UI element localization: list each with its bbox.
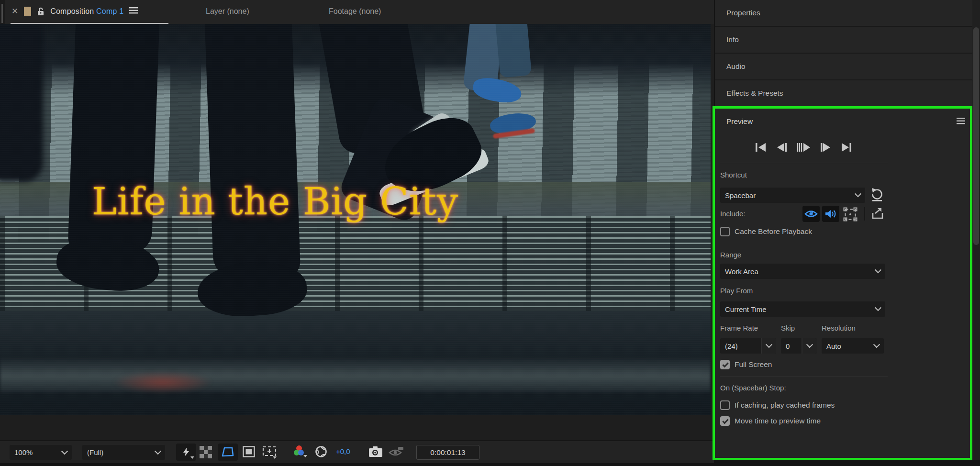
comp-color-swatch[interactable] bbox=[24, 7, 31, 16]
show-snapshot-icon[interactable] bbox=[389, 446, 404, 457]
overlays-icon bbox=[843, 207, 858, 222]
eye-icon bbox=[804, 210, 818, 218]
share-icon[interactable] bbox=[871, 207, 884, 220]
previous-frame-button[interactable] bbox=[775, 142, 788, 155]
play-from-label: Play From bbox=[720, 287, 753, 295]
cache-before-playback-row: Cache Before Playback bbox=[720, 227, 812, 236]
playback-controls bbox=[754, 142, 853, 155]
transparency-grid-icon[interactable] bbox=[200, 446, 212, 458]
include-overlays-button[interactable] bbox=[843, 207, 858, 222]
include-video-button[interactable] bbox=[802, 206, 820, 222]
panel-tab-effects-presets[interactable]: Effects & Presets bbox=[715, 80, 972, 107]
skip-label: Skip bbox=[781, 324, 795, 332]
current-time-display[interactable]: 0:00:01:13 bbox=[416, 445, 479, 460]
reset-icon[interactable] bbox=[870, 188, 884, 204]
shortcut-label: Shortcut bbox=[720, 171, 747, 179]
first-frame-button[interactable] bbox=[754, 142, 767, 155]
preview-panel-title[interactable]: Preview bbox=[726, 117, 753, 126]
chevron-down-icon bbox=[766, 341, 772, 348]
tab-menu-icon[interactable] bbox=[129, 7, 138, 16]
close-icon[interactable]: ✕ bbox=[11, 7, 18, 15]
chevron-down-icon bbox=[875, 266, 881, 273]
include-label: Include: bbox=[720, 210, 746, 218]
if-caching-row: If caching, play cached frames bbox=[720, 400, 835, 410]
resolution-select[interactable]: (Full) bbox=[82, 445, 165, 460]
chevron-down-icon bbox=[61, 448, 68, 455]
chevron-down-icon bbox=[806, 341, 813, 348]
viewer-toolbar: 100% (Full) bbox=[0, 440, 714, 463]
tab-layer[interactable]: Layer (none) bbox=[206, 0, 249, 22]
next-frame-button[interactable] bbox=[819, 142, 832, 155]
tab-composition-label: Composition Comp 1 bbox=[50, 7, 123, 16]
frame-rate-label: Frame Rate bbox=[720, 324, 758, 332]
last-frame-button[interactable] bbox=[840, 142, 853, 155]
tab-composition[interactable]: ✕ Composition Comp 1 bbox=[9, 0, 141, 22]
move-time-checkbox[interactable] bbox=[720, 416, 730, 426]
timecode: 0:00:01:13 bbox=[430, 448, 465, 457]
mask-visibility-button[interactable] bbox=[218, 444, 238, 461]
move-time-row: Move time to preview time bbox=[720, 416, 821, 426]
after-effects-window: ✕ Composition Comp 1 Layer (none) Footag… bbox=[0, 0, 980, 466]
skip-select[interactable]: 0 bbox=[781, 338, 817, 354]
video-title-overlay: Life in the Big City bbox=[77, 180, 474, 223]
range-select[interactable]: Work Area bbox=[720, 264, 885, 279]
panel-tab-info[interactable]: Info bbox=[715, 27, 972, 54]
panel-tab-audio[interactable]: Audio bbox=[715, 54, 972, 80]
if-caching-checkbox[interactable] bbox=[720, 400, 730, 410]
region-of-interest-icon[interactable] bbox=[243, 446, 255, 457]
snapshot-camera-icon[interactable] bbox=[368, 446, 383, 457]
resolution-label: Resolution bbox=[822, 324, 856, 332]
exposure-icon[interactable] bbox=[315, 445, 327, 458]
frame-rate-select[interactable]: (24) bbox=[720, 338, 776, 354]
chevron-down-icon bbox=[155, 448, 161, 455]
magnification-value: 100% bbox=[14, 448, 33, 456]
speaker-icon bbox=[824, 209, 837, 219]
resolution-value: (Full) bbox=[87, 448, 103, 456]
unlock-icon[interactable] bbox=[37, 7, 45, 16]
preview-resolution-select[interactable]: Auto bbox=[822, 338, 884, 354]
magnification-select[interactable]: 100% bbox=[10, 445, 72, 460]
on-stop-label: On (Spacebar) Stop: bbox=[720, 384, 786, 392]
panel-scrollbar-thumb[interactable] bbox=[973, 27, 979, 245]
channels-icon[interactable] bbox=[293, 444, 309, 459]
guides-rulers-icon[interactable] bbox=[262, 445, 278, 459]
range-label: Range bbox=[720, 251, 741, 259]
preview-menu-icon[interactable] bbox=[957, 118, 965, 126]
chevron-down-icon bbox=[875, 304, 881, 311]
viewer-tab-bar: ✕ Composition Comp 1 Layer (none) Footag… bbox=[0, 0, 714, 22]
right-panel-stack: Properties Info Audio Effects & Presets … bbox=[715, 0, 972, 460]
play-from-select[interactable]: Current Time bbox=[720, 301, 885, 317]
include-audio-button[interactable] bbox=[822, 206, 839, 222]
cache-before-playback-checkbox[interactable] bbox=[720, 227, 730, 236]
fast-preview-button[interactable] bbox=[176, 444, 196, 461]
play-button[interactable] bbox=[796, 142, 811, 155]
tab-footage[interactable]: Footage (none) bbox=[329, 0, 381, 22]
full-screen-row: Full Screen bbox=[720, 360, 772, 369]
composition-video-frame[interactable]: Life in the Big City bbox=[0, 24, 711, 415]
composition-viewer-panel: ✕ Composition Comp 1 Layer (none) Footag… bbox=[0, 0, 714, 462]
chevron-down-icon bbox=[855, 190, 861, 197]
full-screen-checkbox[interactable] bbox=[720, 360, 730, 369]
chevron-down-icon bbox=[873, 341, 880, 348]
exposure-value[interactable]: +0,0 bbox=[336, 447, 350, 455]
panel-tab-properties[interactable]: Properties bbox=[715, 0, 972, 27]
shortcut-select[interactable]: Spacebar bbox=[720, 188, 865, 203]
